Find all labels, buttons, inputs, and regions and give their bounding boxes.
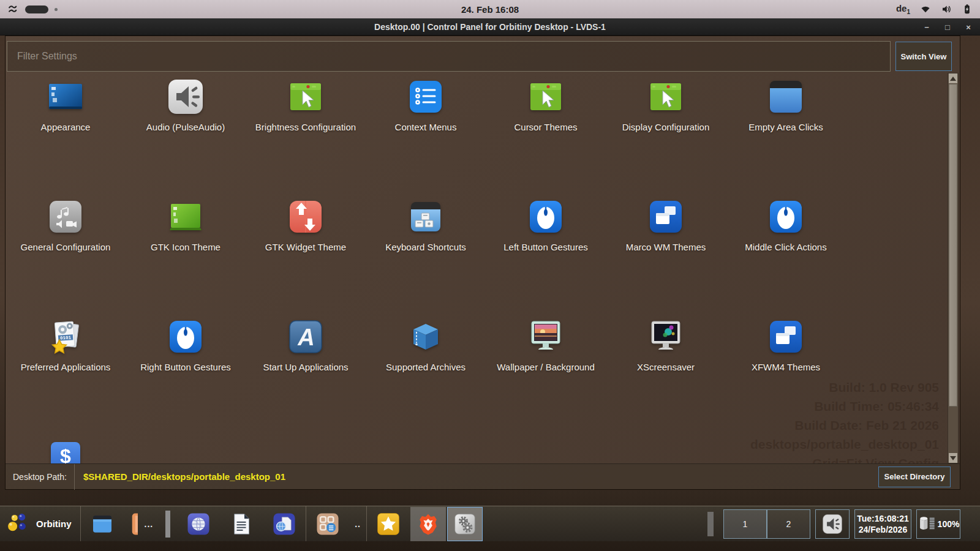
launcher-item-gtk-widget-theme[interactable]: GTK Widget Theme xyxy=(246,193,366,313)
mouse-blue-icon xyxy=(766,197,805,236)
taskbar-window-brave-lion[interactable] xyxy=(410,507,446,541)
launcher-item-supported-archives[interactable]: Supported Archives xyxy=(366,313,486,433)
monitor-sunset-icon xyxy=(526,317,565,356)
globe-purple-icon[interactable] xyxy=(186,512,211,536)
taskbar-overflow-button[interactable]: .. xyxy=(355,519,361,529)
launcher-item-label: General Configuration xyxy=(21,242,111,252)
battery-icon[interactable] xyxy=(962,4,973,15)
launcher-item-label: Empty Area Clicks xyxy=(748,122,823,132)
launcher-item-display-configuration[interactable]: Display Configuration xyxy=(606,73,726,193)
notification-pill[interactable] xyxy=(25,6,48,13)
launcher-item-general-configuration[interactable]: General Configuration xyxy=(6,193,126,313)
launcher-item-label: Display Configuration xyxy=(622,122,710,132)
launcher-item-label: GTK Icon Theme xyxy=(151,242,221,252)
wifi-icon[interactable] xyxy=(920,4,931,15)
triangle-down-icon xyxy=(950,456,956,460)
windows-blue-icon xyxy=(646,197,685,236)
vertical-scrollbar[interactable] xyxy=(948,73,959,463)
taskbar-divider xyxy=(306,506,306,541)
star-yellow-icon[interactable] xyxy=(376,512,401,536)
workspace-switcher: 12 xyxy=(723,509,810,539)
window-titlebar[interactable]: Desktop.00 | Control Panel for Orbitiny … xyxy=(0,18,980,36)
launcher-item-context-menus[interactable]: Context Menus xyxy=(366,73,486,193)
window-green-cursor-icon xyxy=(286,77,325,116)
launcher-item-xfwm4-themes[interactable]: XFWM4 Themes xyxy=(726,313,846,433)
media-gray-icon xyxy=(46,197,85,236)
orbitiny-menu-label: Orbitiny xyxy=(36,519,72,529)
pill-dot-icon xyxy=(55,8,58,11)
launcher-item-empty-area-clicks[interactable]: Empty Area Clicks xyxy=(726,73,846,193)
statusbar-clock[interactable]: 24. Feb 16:08 xyxy=(0,4,980,15)
desktop-path-bar: Desktop Path: $SHARED_DIR/desktops/porta… xyxy=(6,463,960,489)
launcher-item-label: Right Button Gestures xyxy=(140,362,231,372)
launcher-item-label: Brightness Configuration xyxy=(255,122,356,132)
battery-widget[interactable]: 100% xyxy=(916,509,960,539)
launcher-item-label: Left Button Gestures xyxy=(503,242,588,252)
launcher-item-right-button-gestures[interactable]: Right Button Gestures xyxy=(126,313,246,433)
folder-blue-icon[interactable] xyxy=(90,512,115,536)
control-panel-window: Switch View Build: 1.0 Rev 905Build Time… xyxy=(5,36,960,490)
taskbar-overflow-button[interactable]: ... xyxy=(145,519,154,529)
launcher-item-label: Keyboard Shortcuts xyxy=(385,242,466,252)
clock-widget[interactable]: Tue:16:08:21 24/Feb/2026 xyxy=(854,509,911,539)
keyboard-blue-icon xyxy=(406,197,445,236)
taskbar-drag-handle[interactable] xyxy=(165,511,170,538)
launcher-item-keyboard-shortcuts[interactable]: Keyboard Shortcuts xyxy=(366,193,486,313)
svg-text:A: A xyxy=(297,324,314,350)
minimize-button[interactable]: − xyxy=(922,23,931,32)
launcher-item-wallpaper-background[interactable]: Wallpaper / Background xyxy=(486,313,606,433)
launcher-item-audio-pulseaudio[interactable]: Audio (PulseAudio) xyxy=(126,73,246,193)
window-title: Desktop.00 | Control Panel for Orbitiny … xyxy=(0,22,980,32)
launcher-item-start-up-applications[interactable]: AStart Up Applications xyxy=(246,313,366,433)
taskbar-left-group: Orbitiny ..... xyxy=(5,506,483,541)
workspace-button-1[interactable]: 1 xyxy=(723,509,767,539)
launcher-item-appearance[interactable]: Appearance xyxy=(6,73,126,193)
launcher-item-marco-wm-themes[interactable]: Marco WM Themes xyxy=(606,193,726,313)
launcher-item-label: Appearance xyxy=(41,122,91,132)
launcher-item-gtk-icon-theme[interactable]: GTK Icon Theme xyxy=(126,193,246,313)
launcher-item-dollar-blue[interactable]: $ xyxy=(6,433,126,463)
scroll-up-button[interactable] xyxy=(949,73,957,83)
apps-star-icon: 0101 xyxy=(46,317,85,356)
list-blue-icon xyxy=(406,77,445,116)
launcher-item-label: GTK Widget Theme xyxy=(265,242,346,252)
doc-white-icon[interactable] xyxy=(229,512,254,536)
maximize-button[interactable]: □ xyxy=(943,23,952,32)
panel-drag-handle[interactable] xyxy=(707,512,714,536)
close-button[interactable]: × xyxy=(964,23,973,32)
select-directory-button[interactable]: Select Directory xyxy=(878,467,951,487)
switch-view-button[interactable]: Switch View xyxy=(895,42,952,71)
volume-icon[interactable] xyxy=(941,4,952,15)
taskbar-divider xyxy=(80,506,81,541)
launcher-item-label: Context Menus xyxy=(395,122,457,132)
launcher-item-label: Wallpaper / Background xyxy=(497,362,595,372)
globe-page-blue-icon[interactable] xyxy=(272,512,296,536)
launcher-item-brightness-configuration[interactable]: Brightness Configuration xyxy=(246,73,366,193)
launcher-item-label: Middle Click Actions xyxy=(745,242,826,252)
desktop-path-field[interactable]: $SHARED_DIR/desktops/portable_desktop_01 xyxy=(74,464,873,490)
launcher-item-cursor-themes[interactable]: Cursor Themes xyxy=(486,73,606,193)
launcher-item-xscreensaver[interactable]: XScreensaver xyxy=(606,313,726,433)
gears-gray-icon xyxy=(453,512,477,536)
keyboard-layout-indicator[interactable]: de1 xyxy=(896,3,910,15)
filter-settings-input[interactable] xyxy=(7,41,891,72)
battery-percent: 100% xyxy=(938,519,960,529)
volume-widget[interactable] xyxy=(815,509,850,539)
taskbar-window-gears-gray[interactable] xyxy=(447,507,483,541)
grid-tan-icon[interactable] xyxy=(315,512,340,536)
system-logo-icon[interactable] xyxy=(7,4,19,15)
scrollbar-thumb[interactable] xyxy=(949,84,957,407)
workspace-button-2[interactable]: 2 xyxy=(767,509,810,539)
speaker-icon xyxy=(821,512,844,536)
dollar-blue-icon: $ xyxy=(46,437,85,463)
orbitiny-menu-button[interactable]: Orbitiny xyxy=(5,511,80,538)
letter-a-blue-icon: A xyxy=(286,317,325,356)
scroll-down-button[interactable] xyxy=(949,453,957,463)
clock-time: Tue:16:08:21 xyxy=(857,513,909,524)
launcher-item-middle-click-actions[interactable]: Middle Click Actions xyxy=(726,193,846,313)
settings-grid-viewport: Build: 1.0 Rev 905Build Time: 05:46:34Bu… xyxy=(6,73,960,463)
orange-partial-icon[interactable] xyxy=(130,512,138,536)
launcher-item-preferred-applications[interactable]: 0101Preferred Applications xyxy=(6,313,126,433)
launcher-item-left-button-gestures[interactable]: Left Button Gestures xyxy=(486,193,606,313)
arrows-red-icon xyxy=(286,197,325,236)
